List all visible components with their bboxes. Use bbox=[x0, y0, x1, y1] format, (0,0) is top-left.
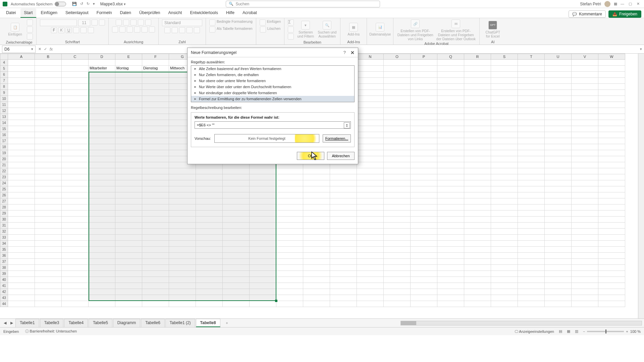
cell[interactable] bbox=[330, 162, 357, 168]
cell[interactable] bbox=[357, 204, 384, 210]
row-header-30[interactable]: 30 bbox=[0, 217, 8, 223]
cell[interactable] bbox=[464, 96, 491, 102]
cell[interactable] bbox=[437, 259, 464, 265]
cell[interactable] bbox=[115, 60, 142, 66]
cell[interactable] bbox=[8, 283, 35, 289]
cell[interactable] bbox=[384, 192, 411, 198]
cell[interactable] bbox=[518, 120, 545, 126]
cell[interactable] bbox=[35, 301, 62, 307]
cell[interactable] bbox=[545, 265, 572, 271]
cell[interactable] bbox=[464, 186, 491, 192]
name-box[interactable]: D6 ▾ bbox=[2, 46, 36, 53]
cell[interactable] bbox=[303, 66, 330, 72]
cell[interactable] bbox=[572, 265, 598, 271]
paste-button[interactable]: 📋 Einfügen bbox=[5, 23, 25, 36]
cell[interactable] bbox=[545, 253, 572, 259]
cell[interactable] bbox=[464, 295, 491, 301]
cell[interactable] bbox=[518, 138, 545, 144]
cell[interactable] bbox=[330, 198, 357, 204]
cell[interactable] bbox=[437, 84, 464, 90]
col-header-I[interactable]: I bbox=[223, 54, 250, 60]
cell[interactable] bbox=[357, 235, 384, 241]
cell[interactable] bbox=[276, 289, 303, 295]
cell[interactable] bbox=[464, 84, 491, 90]
status-accessibility[interactable]: ⓘ Barrierefreiheit: Untersuchen bbox=[25, 329, 77, 334]
cell[interactable] bbox=[411, 241, 437, 247]
cell[interactable] bbox=[35, 295, 62, 301]
cell[interactable] bbox=[545, 210, 572, 217]
cell[interactable] bbox=[464, 132, 491, 138]
cell[interactable] bbox=[464, 277, 491, 283]
cell[interactable] bbox=[491, 283, 518, 289]
row-header-38[interactable]: 38 bbox=[0, 265, 8, 271]
cell[interactable] bbox=[411, 72, 437, 78]
cell[interactable] bbox=[411, 283, 437, 289]
cell[interactable] bbox=[411, 84, 437, 90]
cell[interactable] bbox=[411, 168, 437, 174]
cell[interactable] bbox=[464, 78, 491, 84]
cell[interactable] bbox=[330, 114, 357, 120]
cell[interactable] bbox=[276, 198, 303, 204]
cell[interactable] bbox=[330, 192, 357, 198]
cell[interactable] bbox=[572, 102, 598, 108]
font-size-select[interactable]: 11 bbox=[78, 19, 90, 26]
cell[interactable] bbox=[276, 90, 303, 96]
cell[interactable] bbox=[62, 84, 89, 90]
cell[interactable] bbox=[8, 84, 35, 90]
cell[interactable] bbox=[491, 259, 518, 265]
row-header-35[interactable]: 35 bbox=[0, 247, 8, 253]
cell[interactable] bbox=[437, 271, 464, 277]
cell[interactable] bbox=[598, 241, 625, 247]
cell[interactable] bbox=[276, 150, 303, 156]
col-header-G[interactable]: G bbox=[169, 54, 196, 60]
cell[interactable] bbox=[491, 295, 518, 301]
wrap-text-icon[interactable] bbox=[145, 19, 151, 25]
cell[interactable] bbox=[545, 192, 572, 198]
cell[interactable] bbox=[437, 283, 464, 289]
row-header-22[interactable]: 22 bbox=[0, 168, 8, 174]
cell[interactable] bbox=[384, 295, 411, 301]
cell[interactable] bbox=[411, 66, 437, 72]
cell[interactable] bbox=[330, 174, 357, 180]
border-icon[interactable] bbox=[73, 27, 79, 33]
cell[interactable] bbox=[464, 198, 491, 204]
cell[interactable] bbox=[303, 217, 330, 223]
cell[interactable] bbox=[545, 138, 572, 144]
cell[interactable] bbox=[411, 192, 437, 198]
cell[interactable] bbox=[572, 186, 598, 192]
cell[interactable] bbox=[303, 72, 330, 78]
cell[interactable] bbox=[572, 138, 598, 144]
cell[interactable] bbox=[491, 253, 518, 259]
col-header-B[interactable]: B bbox=[35, 54, 62, 60]
sheet-tab-tabelle3[interactable]: Tabelle3 bbox=[40, 319, 64, 327]
cell-value[interactable]: Montag bbox=[115, 66, 142, 72]
cell[interactable] bbox=[572, 217, 598, 223]
ribbon-tab-seitenlayout[interactable]: Seitenlayout bbox=[62, 8, 92, 18]
sheet-nav-next-icon[interactable]: ▶ bbox=[9, 321, 15, 325]
cell[interactable] bbox=[303, 60, 330, 66]
cell[interactable] bbox=[572, 247, 598, 253]
cell[interactable] bbox=[276, 265, 303, 271]
fx-icon[interactable]: fx bbox=[50, 47, 53, 52]
cell[interactable] bbox=[35, 60, 62, 66]
cell[interactable] bbox=[62, 132, 89, 138]
orientation-icon[interactable] bbox=[138, 19, 144, 25]
cell[interactable] bbox=[598, 108, 625, 114]
cell[interactable] bbox=[518, 283, 545, 289]
cell[interactable] bbox=[545, 114, 572, 120]
cell[interactable] bbox=[491, 162, 518, 168]
cell[interactable] bbox=[8, 150, 35, 156]
cell[interactable] bbox=[598, 223, 625, 229]
cell[interactable] bbox=[518, 241, 545, 247]
cell[interactable] bbox=[545, 102, 572, 108]
cell[interactable] bbox=[545, 132, 572, 138]
cell[interactable] bbox=[437, 114, 464, 120]
cell[interactable] bbox=[518, 247, 545, 253]
cell[interactable] bbox=[411, 90, 437, 96]
cell[interactable] bbox=[357, 102, 384, 108]
cell[interactable] bbox=[8, 241, 35, 247]
cell[interactable] bbox=[384, 217, 411, 223]
cell[interactable] bbox=[437, 156, 464, 162]
cell[interactable] bbox=[598, 271, 625, 277]
cell[interactable] bbox=[330, 289, 357, 295]
